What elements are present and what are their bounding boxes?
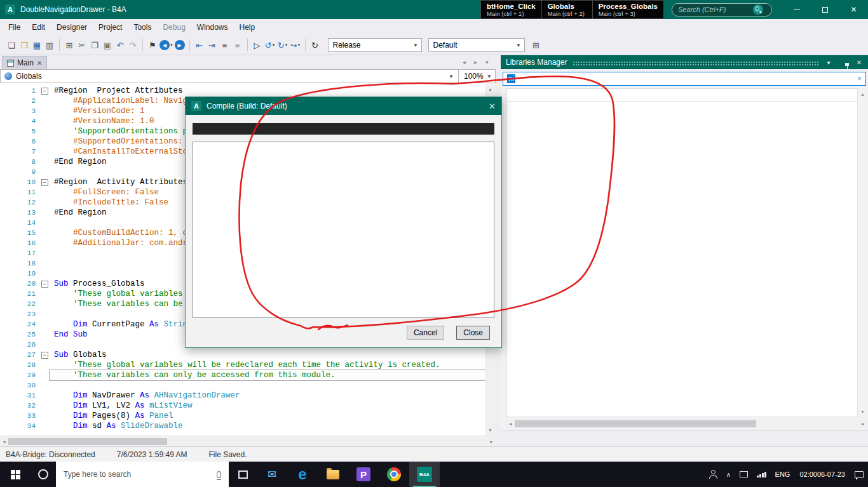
- new-project-icon[interactable]: ❏: [5, 38, 18, 52]
- bookmark-icon[interactable]: ⚑: [146, 38, 159, 52]
- panel-grip: [573, 61, 818, 66]
- jump-to-sub-icon[interactable]: ↺▾: [264, 38, 276, 52]
- scroll-down-icon[interactable]: ▼: [860, 407, 865, 416]
- cut-icon[interactable]: ✂: [76, 38, 88, 52]
- libraries-search-input[interactable]: ni ×: [503, 72, 866, 86]
- libraries-horizontal-scrollbar[interactable]: ◄ ►: [506, 418, 867, 429]
- layout-variant-select[interactable]: Default ▼: [428, 38, 525, 52]
- uncomment-icon[interactable]: ≡: [231, 38, 244, 52]
- clock[interactable]: 02:00 06-07-23: [794, 462, 850, 487]
- copy-icon[interactable]: ❐: [88, 38, 101, 52]
- maximize-button[interactable]: [811, 0, 839, 19]
- outdent-icon[interactable]: ⇤: [193, 38, 206, 52]
- chevron-down-icon: ▼: [449, 74, 458, 79]
- menu-designer[interactable]: Designer: [51, 20, 93, 34]
- minimize-button[interactable]: [782, 0, 811, 19]
- scroll-right-icon[interactable]: ►: [861, 419, 865, 428]
- compile-dialog-titlebar[interactable]: A Compile (Build: Default) ✕: [186, 97, 501, 115]
- close-tab-icon[interactable]: ✕: [37, 60, 42, 67]
- search-icon[interactable]: [753, 4, 763, 15]
- menu-file[interactable]: File: [3, 20, 26, 34]
- window-position-icon[interactable]: ▾: [824, 59, 834, 66]
- close-button[interactable]: ✕: [839, 0, 868, 19]
- quick-tab-globals[interactable]: GlobalsMain (ctrl + 2): [542, 0, 593, 19]
- network-button[interactable]: [752, 462, 771, 487]
- editor-zoom-select[interactable]: 100% ▼: [458, 70, 495, 83]
- taskbar-app-p[interactable]: P: [348, 462, 379, 487]
- taskbar-app-chrome[interactable]: [379, 462, 409, 487]
- show-hidden-icons-button[interactable]: ∧: [722, 462, 735, 487]
- comment-icon[interactable]: ≡: [219, 38, 231, 52]
- scroll-track[interactable]: [8, 438, 487, 445]
- scroll-up-icon[interactable]: ▲: [488, 84, 492, 93]
- fold-toggle-icon[interactable]: −: [41, 281, 48, 288]
- clock-date: 06-07-23: [817, 470, 845, 479]
- language-indicator[interactable]: ENG: [771, 462, 795, 487]
- designer-icon[interactable]: ⊞: [63, 38, 76, 52]
- quick-tab-process-globals[interactable]: Process_GlobalsMain (ctrl + 3): [593, 0, 664, 19]
- paste-icon[interactable]: ▣: [101, 38, 114, 52]
- ide-search-input[interactable]: [678, 6, 753, 13]
- cortana-button[interactable]: [31, 462, 56, 487]
- chevron-down-icon: ▾: [273, 43, 275, 48]
- indent-icon[interactable]: ⇥: [206, 38, 219, 52]
- scroll-thumb[interactable]: [8, 438, 167, 445]
- people-button[interactable]: [704, 462, 722, 487]
- jump-forward-icon[interactable]: ↪▾: [289, 38, 302, 52]
- start-button[interactable]: [0, 462, 31, 487]
- task-view-button[interactable]: [229, 462, 257, 487]
- close-dialog-icon[interactable]: ✕: [489, 102, 496, 111]
- menu-debug[interactable]: Debug: [157, 20, 191, 34]
- cancel-button[interactable]: Cancel: [407, 326, 444, 340]
- quick-tab-bthome-click[interactable]: btHome_ClickMain (ctrl + 1): [480, 0, 542, 19]
- run-icon[interactable]: ▷: [251, 38, 264, 52]
- fold-toggle-icon[interactable]: −: [41, 179, 48, 186]
- menu-help[interactable]: Help: [234, 20, 261, 34]
- scroll-track[interactable]: [515, 420, 859, 427]
- taskbar-app-mail[interactable]: ✉: [257, 462, 287, 487]
- taskbar-app-file-explorer[interactable]: [318, 462, 348, 487]
- jump-back-icon[interactable]: ↻▾: [276, 38, 289, 52]
- fold-toggle-icon[interactable]: −: [41, 352, 48, 359]
- scroll-down-icon[interactable]: ▼: [488, 425, 492, 434]
- libraries-vertical-scrollbar[interactable]: ▲ ▼: [858, 88, 867, 417]
- tab-list-icon[interactable]: ▼: [482, 57, 492, 67]
- tab-scroll-right-icon[interactable]: ►: [471, 57, 480, 67]
- taskbar-search[interactable]: [56, 462, 229, 487]
- redo-icon[interactable]: ↷: [126, 38, 139, 52]
- tab-main[interactable]: Main ✕: [2, 56, 47, 69]
- scroll-left-icon[interactable]: ◄: [508, 419, 513, 428]
- action-center-button[interactable]: [850, 462, 868, 487]
- scroll-up-icon[interactable]: ▲: [860, 90, 865, 98]
- menu-edit[interactable]: Edit: [26, 20, 51, 34]
- menu-project[interactable]: Project: [93, 20, 128, 34]
- sub-navigator-dropdown[interactable]: Globals ▼: [1, 70, 458, 83]
- menu-tools[interactable]: Tools: [128, 20, 157, 34]
- save-all-icon[interactable]: ▥: [43, 38, 56, 52]
- microphone-icon[interactable]: [217, 471, 221, 478]
- scroll-right-icon[interactable]: ►: [489, 437, 494, 446]
- clean-project-icon[interactable]: ↻: [309, 38, 322, 52]
- scroll-left-icon[interactable]: ◄: [2, 437, 6, 446]
- editor-horizontal-scrollbar[interactable]: ◄ ►: [0, 436, 496, 446]
- open-project-icon[interactable]: ❒: [18, 38, 31, 52]
- menu-windows[interactable]: Windows: [191, 20, 234, 34]
- tab-scroll-left-icon[interactable]: ◄: [459, 57, 469, 67]
- visual-designer-icon[interactable]: ⊞: [530, 38, 543, 52]
- toolbar-separator: [189, 39, 190, 51]
- taskbar-app-edge[interactable]: e: [287, 462, 318, 487]
- taskbar-search-input[interactable]: [64, 470, 191, 479]
- save-icon[interactable]: ▦: [31, 38, 43, 52]
- close-dialog-button[interactable]: Close: [456, 326, 490, 340]
- pc-status-button[interactable]: [735, 462, 752, 487]
- close-panel-icon[interactable]: ✕: [854, 59, 864, 66]
- undo-icon[interactable]: ↶: [114, 38, 126, 52]
- navigate-back-icon[interactable]: ◀▾: [159, 38, 173, 52]
- scroll-thumb[interactable]: [515, 420, 756, 427]
- clear-search-icon[interactable]: ×: [857, 74, 862, 83]
- ide-search[interactable]: [672, 3, 772, 17]
- build-configuration-select[interactable]: Release ▼: [328, 38, 422, 52]
- navigate-forward-icon[interactable]: ▶: [173, 38, 186, 52]
- fold-toggle-icon[interactable]: −: [41, 88, 48, 95]
- taskbar-app-b4a[interactable]: B4A: [409, 462, 440, 487]
